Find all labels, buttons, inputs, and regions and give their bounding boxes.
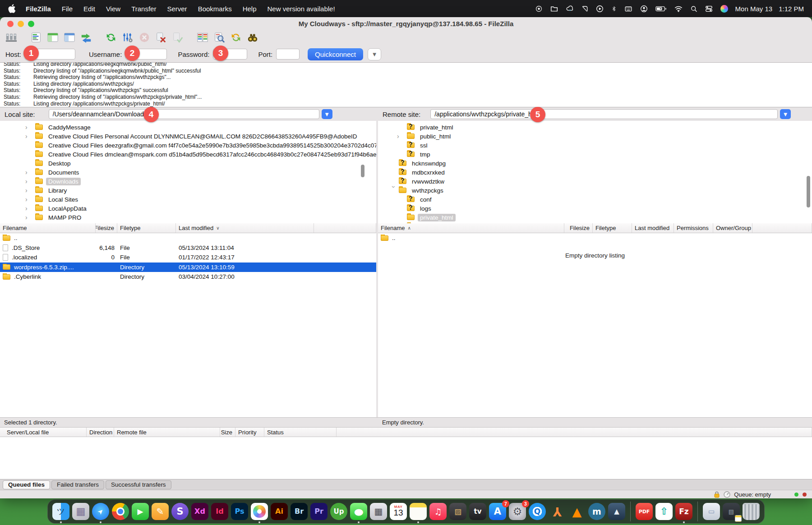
dock-item-apple-tv[interactable]: tv (469, 502, 487, 520)
remote-tree-scrollbar-thumb[interactable] (807, 176, 810, 207)
column-header-filesize[interactable]: Filesize (96, 223, 117, 233)
keyboard-icon[interactable] (624, 5, 632, 13)
dock-item-adobe-illustrator[interactable]: Ai (270, 502, 288, 520)
dock-item-pdf-app[interactable]: PDF (635, 502, 653, 520)
file-row-ds-store[interactable]: .DS_Store6,148File05/13/2024 13:11:04 (0, 243, 376, 253)
quickconnect-dropdown-button[interactable]: ▼ (368, 48, 381, 60)
file-row-localized[interactable]: .localized0File01/17/2022 12:43:17 (0, 253, 376, 262)
queue-column-server-local-file[interactable]: Server/Local file (0, 428, 87, 437)
control-center-icon[interactable] (705, 5, 713, 13)
column-header-filename[interactable]: Filename∧ (378, 223, 564, 233)
file-row-cyberlink[interactable]: .CyberlinkDirectory03/04/2024 10:27:00 (0, 272, 376, 282)
file-row-[interactable]: .. (378, 233, 812, 243)
remote-directory-tree[interactable]: private_html›public_htmlssltmphcknswndpg… (378, 121, 812, 223)
site-manager-button[interactable] (5, 32, 18, 45)
siri-icon[interactable] (720, 5, 728, 13)
user-account-icon[interactable] (640, 5, 648, 13)
dock-item-app-store[interactable]: A7 (489, 502, 507, 520)
chevron-down-icon[interactable]: › (390, 186, 397, 196)
chevron-right-icon[interactable]: › (25, 178, 35, 185)
toggle-log-button[interactable] (29, 32, 43, 45)
menu-item-file[interactable]: File (62, 5, 73, 13)
file-search-button[interactable] (246, 32, 259, 45)
tab-successful-transfers[interactable]: Successful transfers (106, 480, 171, 489)
menu-item-help[interactable]: Help (243, 5, 257, 13)
reconnect-button[interactable] (171, 32, 185, 45)
find-files-button[interactable] (212, 32, 226, 45)
local-tree-item-downloads[interactable]: ›Downloads (0, 177, 376, 186)
local-tree-item-documents[interactable]: ›Documents (0, 168, 376, 177)
local-tree-item-creative-cloud-files-dee[interactable]: Creative Cloud Files deezgrafix@gmail.co… (0, 141, 376, 150)
dock-item-minimized-window-dark[interactable]: ▤ (722, 502, 740, 520)
dock-item-calendar[interactable]: MAY13 (389, 502, 407, 520)
dock-item-adobe-bridge[interactable]: Br (290, 502, 308, 520)
remote-tree-item-rvwvwdztkw[interactable]: rvwvwdztkw (378, 177, 812, 186)
queue-column-priority[interactable]: Priority (235, 428, 264, 437)
dock-item-finder[interactable]: ツ (52, 502, 70, 520)
dock-item-adobe-xd[interactable]: Xd (191, 502, 209, 520)
dock-item-filezilla[interactable]: Fz (675, 502, 693, 520)
search-icon[interactable] (690, 5, 697, 13)
remote-tree-item-hcknswndpg[interactable]: hcknswndpg (378, 159, 812, 168)
toggle-remote-tree-button[interactable] (63, 32, 76, 45)
menu-item-server[interactable]: Server (167, 5, 187, 13)
menu-item-edit[interactable]: Edit (83, 5, 95, 13)
speed-gauge-icon[interactable] (724, 491, 730, 498)
remote-tree-item-conf[interactable]: conf (378, 195, 812, 204)
tab-failed-transfers[interactable]: Failed transfers (51, 480, 104, 489)
dock-item-pages[interactable]: ✎ (151, 502, 169, 520)
queue-column-status[interactable]: Status (264, 428, 337, 437)
local-directory-tree[interactable]: ›CaddyMessage›Creative Cloud Files Perso… (0, 121, 378, 223)
local-tree-item-caddymessage[interactable]: ›CaddyMessage (0, 123, 376, 132)
cancel-operation-button[interactable] (138, 32, 151, 45)
dock-item-photos[interactable] (250, 502, 268, 520)
transfer-queue-body[interactable] (0, 437, 812, 479)
column-header-filename[interactable]: Filename (0, 223, 96, 233)
dock-item-safari[interactable]: ➤ (92, 502, 110, 520)
remote-site-dropdown-button[interactable]: ▼ (780, 109, 791, 119)
local-tree-item-mamp-pro[interactable]: ›MAMP PRO (0, 213, 376, 222)
dock-item-trash[interactable] (742, 502, 760, 520)
remote-file-list[interactable]: Filename∧FilesizeFiletypeLast modifiedPe… (378, 223, 812, 417)
local-file-list[interactable]: FilenameFilesizeFiletypeLast modified∨ .… (0, 223, 378, 417)
dock-item-quicktime[interactable]: Q (528, 502, 546, 520)
remote-tree-item-wvthzpckgs[interactable]: ›wvthzpckgs (378, 186, 812, 195)
filter-files-button[interactable] (121, 32, 134, 45)
menu-item-new-version-available[interactable]: New version available! (268, 5, 335, 13)
local-tree-item-localappdata[interactable]: ›LocalAppData (0, 204, 376, 213)
menu-clock[interactable]: Mon May 13 1:12 PM (735, 5, 804, 13)
lock-icon[interactable] (714, 491, 720, 498)
dock-item-calculator[interactable]: ▦ (369, 502, 388, 520)
file-row-[interactable]: .. (0, 233, 376, 243)
dock-item-cocktail-drink[interactable]: Y (548, 502, 566, 520)
menu-item-view[interactable]: View (106, 5, 120, 13)
local-tree-item-desktop[interactable]: Desktop (0, 159, 376, 168)
dock-item-adobe-indesign[interactable]: Id (211, 502, 229, 520)
local-tree-item-library[interactable]: ›Library (0, 186, 376, 195)
status-log[interactable]: Status:Listing directory /applications/e… (0, 62, 812, 107)
remote-tree-item-ssl[interactable]: ssl (378, 141, 812, 150)
chevron-right-icon[interactable]: › (25, 196, 35, 203)
column-header-filetype[interactable]: Filetype (593, 223, 632, 233)
column-header-owner-group[interactable]: Owner/Group (713, 223, 752, 233)
queue-column-direction[interactable]: Direction (87, 428, 114, 437)
dock-item-vlc[interactable]: ▲ (568, 502, 586, 520)
remote-tree-item-private-html[interactable]: private_html (378, 213, 812, 222)
dock-item-mamp[interactable]: m (588, 502, 606, 520)
dock-item-upwork[interactable]: Up (330, 502, 348, 520)
column-header-last-modified[interactable]: Last modified∨ (176, 223, 314, 233)
close-window-button[interactable] (7, 21, 14, 27)
local-tree-item-creative-cloud-files-dmc[interactable]: Creative Cloud Files dmclean@mspark.com … (0, 150, 376, 159)
toggle-local-tree-button[interactable] (46, 32, 60, 45)
zoom-window-button[interactable] (28, 21, 34, 27)
column-header-last-modified[interactable]: Last modified (632, 223, 674, 233)
files-icon[interactable] (550, 5, 558, 13)
dock-item-adobe-photoshop[interactable]: Ps (231, 502, 249, 520)
chevron-right-icon[interactable]: › (25, 214, 35, 221)
column-header-filetype[interactable]: Filetype (117, 223, 176, 233)
disconnect-button[interactable] (154, 32, 168, 45)
chevron-right-icon[interactable]: › (397, 133, 407, 140)
port-input[interactable] (276, 49, 300, 60)
chevron-right-icon[interactable]: › (25, 133, 35, 140)
remote-site-path-input[interactable] (430, 109, 778, 119)
